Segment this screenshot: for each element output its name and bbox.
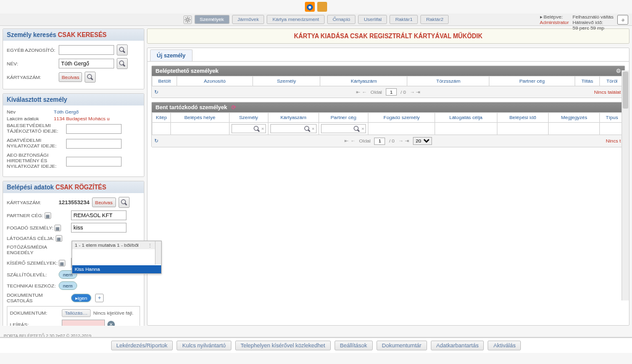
other-id-search-button[interactable]	[117, 44, 128, 56]
entry-card-search-button[interactable]	[118, 197, 130, 208]
scrollbar-thumb[interactable]	[623, 72, 628, 109]
magnifier-icon	[119, 60, 125, 67]
nav-tab-raktar2[interactable]: Raktár2	[420, 15, 449, 24]
grid2-refresh-icon[interactable]: ⟳	[231, 104, 236, 110]
user-name[interactable]: Administrator	[540, 20, 569, 26]
nav-tab-kartya[interactable]: Kártya menedzsment	[267, 15, 325, 24]
nav-tab-userlifal[interactable]: Userlifal	[358, 15, 387, 24]
desc-input[interactable]	[62, 320, 105, 326]
grid1-pager: ↻ ⇤ ← Oldal / 0 → ⇥ Nincs találat	[152, 86, 625, 97]
logout-icon[interactable]: ⎆	[617, 15, 628, 25]
g1c1[interactable]: Azonosító	[177, 77, 253, 86]
lookup-icon[interactable]: ▦	[54, 225, 61, 231]
selected-person-panel: Kiválasztott személy NévTóth Gergő Lakcí…	[2, 93, 144, 177]
footer-btn-reports[interactable]: Lekérdezés/Riportok	[111, 341, 173, 350]
other-id-input[interactable]	[59, 45, 114, 55]
g2c0[interactable]: Kilép	[152, 113, 171, 123]
sel-multi-2-input[interactable]	[66, 157, 122, 167]
magnifier-icon	[87, 74, 93, 80]
g2c7[interactable]: Belépési idő	[497, 113, 549, 123]
grid2-refresh-icon-2[interactable]: ↻	[154, 138, 159, 144]
grid1-page-input[interactable]	[386, 88, 397, 96]
nav-tab-jarmuvek[interactable]: Járművek	[232, 15, 265, 24]
entry-partner-label: PARTNER CÉG:▦	[7, 212, 69, 219]
g1c5[interactable]: Partner cég	[489, 77, 575, 86]
entry-host-label: FOGADÓ SZEMÉLY:▦	[7, 225, 69, 231]
sel-k-addr: Lakcím adatok	[7, 116, 50, 122]
svg-line-8	[185, 21, 186, 22]
card-read-button[interactable]: Beolvas	[59, 72, 82, 82]
svg-line-7	[189, 17, 190, 19]
grid1-title: Beléptethető személyek	[156, 68, 218, 74]
entry-card-value: 1213553234	[59, 199, 89, 205]
entry-read-button[interactable]: Beolvas	[92, 197, 115, 207]
g2c6[interactable]: Látogatás célja	[435, 113, 497, 123]
footer-bar: Lekérdezés/Riportok Kulcs nyilvántartó T…	[0, 337, 632, 353]
tech-toggle[interactable]: nem	[59, 281, 77, 290]
sel-v-name: Tóth Gergő	[54, 109, 78, 115]
g1c6[interactable]: Tiltás	[575, 77, 600, 86]
tabstrip: Új személy	[148, 48, 629, 62]
tab-new-person[interactable]: Új személy	[150, 49, 193, 61]
footer-btn-escort[interactable]: Telephelyen kísérővel közlekedhet	[235, 341, 331, 350]
settings-icon[interactable]	[183, 15, 192, 24]
dropdown-scrollbar[interactable]	[155, 241, 161, 265]
search-title-a: Személy keresés	[7, 31, 56, 38]
nav-tab-ornaplo[interactable]: Őrnapló	[327, 15, 356, 24]
magnifier-icon	[119, 47, 125, 53]
g1c0[interactable]: Betölt	[152, 77, 177, 86]
footer-btn-activate[interactable]: Aktiválás	[488, 341, 521, 350]
g1c7[interactable]: Töröl	[600, 77, 625, 86]
doc-toggle[interactable]: ▸ igen	[71, 294, 91, 302]
g1c4[interactable]: Törzsszám	[407, 77, 489, 86]
field-label-card: KÁRTYASZÁM:	[7, 75, 56, 80]
filter-person[interactable]: ×	[231, 124, 266, 133]
g2c2[interactable]: Személy	[229, 113, 268, 123]
doc-add-button[interactable]: +	[95, 294, 104, 302]
entry-purpose-label: LÁTOGATÁS CÉLJA:▦	[7, 235, 69, 242]
lookup-icon[interactable]: ▦	[56, 235, 62, 242]
search-title-b: CSAK KERESÉS	[58, 31, 107, 38]
name-input[interactable]	[59, 59, 114, 68]
field-label-name: NÉV:	[7, 61, 56, 67]
footer-btn-docs[interactable]: Dokumentumtár	[376, 341, 427, 350]
g2c9[interactable]: Típus	[600, 113, 625, 123]
sel-multi-0: BALESETVÉDELMI TÁJÉKOZTATÓ IDEJE:	[7, 123, 64, 134]
lookup-icon[interactable]: ▦	[44, 212, 51, 219]
svg-line-6	[189, 21, 190, 22]
partner-input[interactable]	[71, 210, 127, 220]
sel-multi-1-input[interactable]	[66, 139, 122, 149]
card-search-button[interactable]	[85, 72, 96, 83]
firefox-icon	[305, 2, 315, 12]
host-input[interactable]	[71, 223, 127, 233]
g2c1[interactable]: Belépés helye	[171, 113, 230, 123]
footer-btn-keys[interactable]: Kulcs nyilvántartó	[177, 341, 231, 350]
nav-tab-raktar1[interactable]: Raktár1	[389, 15, 418, 24]
grid1-refresh-icon[interactable]: ↻	[154, 89, 159, 95]
g2c8[interactable]: Megjegyzés	[549, 113, 600, 123]
g1c2[interactable]: Személy	[252, 77, 320, 86]
entry-desc-label: LEÍRÁS:	[10, 322, 59, 326]
sel-multi-0-input[interactable]	[66, 124, 122, 134]
right-panel-scrollbar[interactable]	[622, 70, 629, 300]
browse-button[interactable]: Tallózás…	[62, 309, 91, 317]
desc-clear-button[interactable]: ×	[107, 321, 115, 326]
name-search-button[interactable]	[117, 58, 128, 69]
grid2-pagesize-select[interactable]: 20	[413, 137, 432, 145]
person-search-panel: Személy keresés CSAK KERESÉS EGYÉB AZONO…	[2, 28, 144, 89]
grid2-filter-row: × × ×	[152, 123, 625, 135]
lookup-icon[interactable]: ▦	[59, 260, 65, 267]
g2c4[interactable]: Partner cég	[318, 113, 368, 123]
footer-btn-maintain[interactable]: Adatkarbantartás	[431, 341, 484, 350]
footer-btn-settings[interactable]: Beállítások	[335, 341, 373, 350]
g1c3[interactable]: Kártyaszám	[320, 77, 407, 86]
nav-tab-szemelyek[interactable]: Személyek	[194, 15, 230, 24]
filter-partner[interactable]: ×	[321, 124, 366, 133]
g2c3[interactable]: Kártyaszám	[268, 113, 318, 123]
grid2-page-input[interactable]	[374, 138, 385, 145]
grid1-gear-icon[interactable]: ⚙	[616, 68, 621, 74]
filter-card[interactable]: ×	[270, 124, 317, 133]
dropdown-option[interactable]: Kiss Hanna	[72, 265, 161, 273]
entry-doc-label: DOKUMENTUM CSATOLÁS	[7, 292, 69, 304]
g2c5[interactable]: Fogadó személy	[368, 113, 435, 123]
